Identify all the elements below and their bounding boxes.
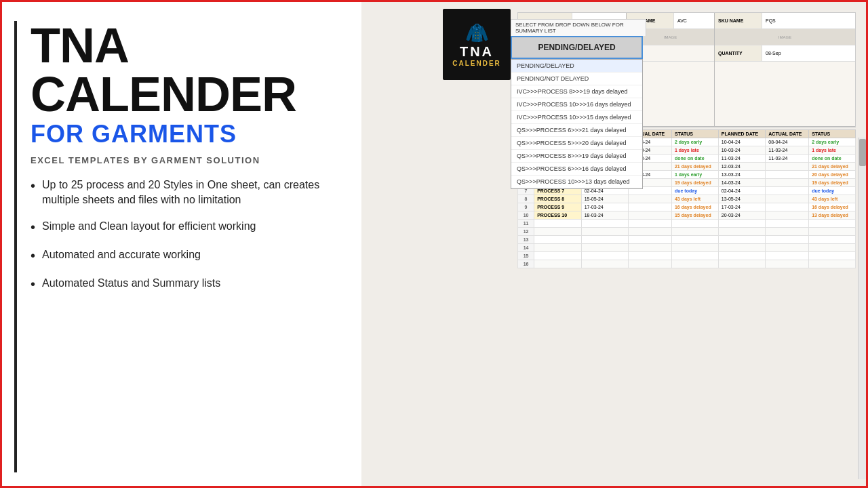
title-line2: CALENDER bbox=[31, 70, 341, 119]
cell-activity bbox=[534, 236, 582, 244]
col-ad2: ACTUAL DATE bbox=[766, 130, 809, 138]
dropdown-option-4[interactable]: IVC>>>PROCESS 10>>>16 days delayed bbox=[511, 98, 642, 111]
cell-pd2: 10-04-24 bbox=[718, 138, 766, 146]
cell-pd2 bbox=[718, 220, 766, 228]
cell-ad1 bbox=[629, 220, 672, 228]
main-container: TNA CALENDER FOR GARMENTS EXCEL TEMPLATE… bbox=[2, 2, 866, 486]
cell-status1: 16 days delayed bbox=[671, 203, 718, 211]
dropdown-option-1[interactable]: PENDING/DELAYED bbox=[511, 60, 642, 73]
feature-text-4: Automated Status and Summary lists bbox=[42, 276, 220, 291]
dropdown-option-8[interactable]: QS>>>PROCESS 8>>>19 days delayed bbox=[511, 150, 642, 163]
cell-sno: 16 bbox=[518, 260, 534, 268]
cell-ad2: 11-03-24 bbox=[766, 146, 809, 155]
cell-sno: 11 bbox=[518, 220, 534, 228]
cell-status1: 43 days left bbox=[671, 195, 718, 203]
cell-status1: 1 days late bbox=[671, 146, 718, 155]
dropdown-list: PENDING/DELAYED PENDING/NOT DELAYED IVC>… bbox=[511, 59, 643, 189]
cell-status2 bbox=[809, 252, 856, 260]
list-item: •Up to 25 process and 20 Styles in One s… bbox=[31, 178, 341, 208]
cell-status1 bbox=[671, 220, 718, 228]
dropdown-option-6[interactable]: QS>>>PROCESS 6>>>21 days delayed bbox=[511, 124, 642, 137]
cell-status1 bbox=[671, 260, 718, 268]
cell-status2 bbox=[809, 220, 856, 228]
cell-status2 bbox=[809, 228, 856, 236]
dropdown-option-2[interactable]: PENDING/NOT DELAYED bbox=[511, 73, 642, 85]
bullet-icon: • bbox=[31, 274, 35, 293]
cell-status2: 43 days left bbox=[809, 195, 856, 203]
table-row: 16 bbox=[518, 260, 856, 268]
cell-pd2: 12-03-24 bbox=[718, 163, 766, 171]
cell-ad2 bbox=[766, 252, 809, 260]
cell-ad2 bbox=[766, 228, 809, 236]
dropdown-option-5[interactable]: IVC>>>PROCESS 10>>>15 days delayed bbox=[511, 111, 642, 124]
cell-ad2 bbox=[766, 211, 809, 220]
dropdown-selected[interactable]: PENDING/DELAYED bbox=[511, 36, 643, 59]
cell-status1: 15 days delayed bbox=[671, 211, 718, 220]
cell-activity: PROCESS 10 bbox=[534, 211, 582, 220]
title-block: TNA CALENDER FOR GARMENTS bbox=[31, 21, 341, 148]
bullet-icon: • bbox=[31, 176, 35, 195]
cell-status2 bbox=[809, 260, 856, 268]
title-sub: FOR GARMENTS bbox=[31, 120, 341, 148]
dropdown-option-10[interactable]: QS>>>PROCESS 10>>>13 days delayed bbox=[511, 176, 642, 188]
logo-tna: TNA bbox=[460, 44, 494, 60]
cell-status2 bbox=[809, 236, 856, 244]
cell-pd1 bbox=[581, 244, 629, 252]
col-pd2: PLANNED DATE bbox=[718, 130, 766, 138]
cell-pd1 bbox=[581, 228, 629, 236]
feature-text-3: Automated and accurate working bbox=[42, 247, 201, 262]
cell-pd1 bbox=[581, 236, 629, 244]
cell-status1 bbox=[671, 244, 718, 252]
cell-pd2: 13-05-24 bbox=[718, 195, 766, 203]
cell-ad2 bbox=[766, 163, 809, 171]
cell-pd2: 20-03-24 bbox=[718, 211, 766, 220]
cell-pd2 bbox=[718, 228, 766, 236]
logo-box: 🧥 TNA CALENDER bbox=[443, 9, 511, 80]
cell-status1 bbox=[671, 228, 718, 236]
pqs-empty-row1: IMAGE bbox=[715, 29, 855, 45]
cell-pd1 bbox=[581, 220, 629, 228]
cell-activity bbox=[534, 244, 582, 252]
cell-status2: 19 days delayed bbox=[809, 179, 856, 187]
cell-ad2 bbox=[766, 171, 809, 179]
quantity-label: QUANTITY bbox=[715, 45, 762, 61]
cell-sno: 14 bbox=[518, 244, 534, 252]
cell-status1 bbox=[671, 252, 718, 260]
col-s2: STATUS bbox=[809, 130, 856, 138]
cell-sno: 15 bbox=[518, 252, 534, 260]
cell-pd2 bbox=[718, 244, 766, 252]
table-row: 14 bbox=[518, 244, 856, 252]
table-row: 10 PROCESS 10 18-03-24 15 days delayed 2… bbox=[518, 211, 856, 220]
pqs-empty-row3 bbox=[715, 62, 855, 78]
cell-sno: 9 bbox=[518, 203, 534, 211]
cell-pd2 bbox=[718, 252, 766, 260]
dropdown-option-9[interactable]: QS>>>PROCESS 6>>>16 days delayed bbox=[511, 163, 642, 176]
scrollbar-thumb[interactable] bbox=[859, 139, 866, 166]
table-row: 8 PROCESS 8 15-05-24 43 days left 13-05-… bbox=[518, 195, 856, 203]
table-row: 12 bbox=[518, 228, 856, 236]
cell-activity: PROCESS 9 bbox=[534, 203, 582, 211]
cell-ad2 bbox=[766, 236, 809, 244]
cell-ad1 bbox=[629, 236, 672, 244]
cell-activity: PROCESS 8 bbox=[534, 195, 582, 203]
cell-ad1 bbox=[629, 203, 672, 211]
feature-text-1: Up to 25 process and 20 Styles in One sh… bbox=[42, 178, 341, 208]
cell-status1: 21 days delayed bbox=[671, 163, 718, 171]
cell-pd2: 14-03-24 bbox=[718, 179, 766, 187]
left-panel: TNA CALENDER FOR GARMENTS EXCEL TEMPLATE… bbox=[2, 2, 361, 486]
right-panel: 🧥 TNA CALENDER SELECT FROM DROP DOWN BEL… bbox=[361, 2, 866, 486]
cell-ad1 bbox=[629, 252, 672, 260]
cell-pd2: 13-03-24 bbox=[718, 171, 766, 179]
sku-avc-value: AVC bbox=[674, 13, 714, 28]
table-row: 11 bbox=[518, 220, 856, 228]
cell-ad2 bbox=[766, 260, 809, 268]
cell-status2: due today bbox=[809, 187, 856, 195]
cell-status2: 20 days delayed bbox=[809, 171, 856, 179]
dropdown-option-7[interactable]: QS>>>PROCESS 5>>>20 days delayed bbox=[511, 137, 642, 150]
cell-pd2: 17-03-24 bbox=[718, 203, 766, 211]
cell-status2 bbox=[809, 244, 856, 252]
dropdown-option-3[interactable]: IVC>>>PROCESS 8>>>19 days delayed bbox=[511, 85, 642, 98]
cell-status1: 2 days early bbox=[671, 138, 718, 146]
cell-pd2: 11-03-24 bbox=[718, 155, 766, 163]
vertical-scrollbar[interactable] bbox=[858, 138, 866, 479]
